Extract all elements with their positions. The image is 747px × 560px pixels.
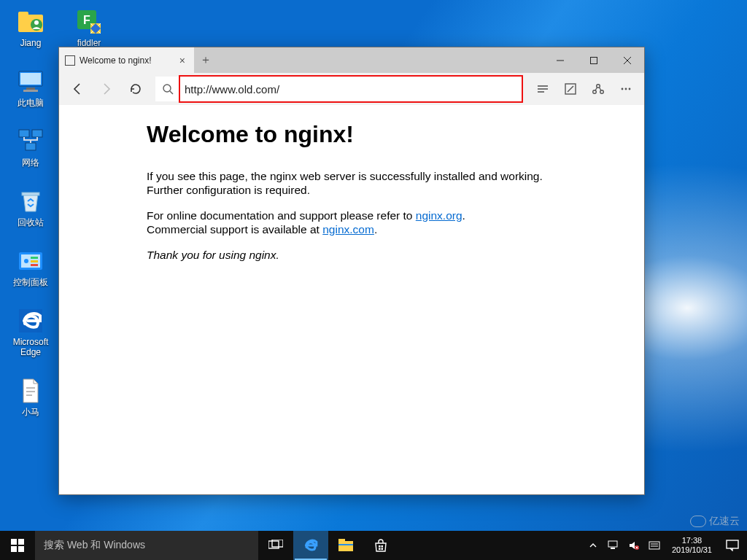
page-paragraph-1: If you see this page, the nginx web serv… [147,170,555,198]
tray-overflow-button[interactable] [583,531,603,560]
desktop-icon-edge[interactable]: Microsoft Edge [7,306,54,357]
task-view-button[interactable] [258,531,293,560]
browser-toolbar [59,73,644,105]
desktop-icon-label: Jiang [20,38,42,48]
desktop-icon-label: 小马 [22,407,39,417]
desktop-icons-col-2: F fiddler [66,7,112,48]
tray-input-icon[interactable] [644,531,665,560]
svg-rect-52 [382,548,384,551]
svg-rect-25 [591,57,597,63]
url-input[interactable] [180,77,522,101]
desktop-icon-controlpanel[interactable]: 控制面板 [7,246,54,287]
titlebar-drag-area[interactable] [217,47,543,73]
address-bar[interactable] [155,77,523,101]
watermark-text: 亿速云 [709,515,740,528]
svg-rect-43 [18,546,24,552]
desktop-icon-label: Microsoft Edge [13,337,49,357]
taskbar-app-store[interactable] [363,531,398,560]
desktop-icon-thispc[interactable]: 此电脑 [7,67,54,108]
thispc-icon [16,67,45,96]
svg-rect-6 [26,88,35,90]
svg-rect-58 [649,542,659,549]
tab-title: Welcome to nginx! [80,55,152,66]
desktop-icon-user[interactable]: Jiang [7,7,54,48]
taskbar-clock[interactable]: 17:38 2019/10/31 [666,531,718,560]
back-button[interactable] [63,75,91,103]
desktop-icon-fiddler[interactable]: F fiddler [66,7,112,48]
desktop-icons-col-1: Jiang 此电脑 网络 回收站 控制面板 Microsoft Edge 小 [7,7,54,417]
svg-text:F: F [83,14,90,26]
tray-volume-icon[interactable] [624,531,644,560]
svg-rect-9 [32,130,42,137]
window-minimize-button[interactable] [543,47,577,73]
titlebar[interactable]: Welcome to nginx! × ＋ [59,47,644,73]
search-placeholder: 搜索 Web 和 Windows [44,539,145,552]
taskbar-app-explorer[interactable] [328,531,363,560]
taskbar: 搜索 Web 和 Windows 17:38 2019/10/31 [0,531,747,560]
start-button[interactable] [0,531,35,560]
store-icon [374,538,388,553]
svg-rect-53 [608,541,617,547]
browser-tab[interactable]: Welcome to nginx! × [59,47,194,73]
link-nginx-com[interactable]: nginx.com [322,223,374,236]
task-view-icon [268,540,283,551]
svg-rect-50 [382,545,384,548]
svg-rect-7 [23,90,38,92]
svg-point-14 [24,259,28,263]
svg-point-34 [597,85,600,88]
refresh-button[interactable] [122,75,150,103]
svg-rect-16 [31,260,38,262]
desktop-icon-label: 此电脑 [18,98,44,108]
svg-line-29 [170,91,173,94]
address-highlight [179,75,523,103]
svg-point-39 [629,88,631,90]
more-button[interactable] [612,75,640,103]
svg-rect-61 [727,540,738,548]
link-nginx-org[interactable]: nginx.org [416,209,462,222]
edge-icon [16,306,45,335]
recycle-bin-icon [16,187,45,216]
desktop-icon-textfile[interactable]: 小马 [7,376,54,417]
clock-date: 2019/10/31 [672,545,712,555]
fiddler-icon: F [74,7,104,36]
textfile-icon [16,376,45,405]
file-explorer-icon [338,538,354,553]
svg-rect-8 [19,130,29,137]
svg-rect-46 [338,541,353,551]
svg-rect-1 [18,12,28,18]
window-close-button[interactable] [611,47,644,73]
edge-browser-window: Welcome to nginx! × ＋ Welcome to nginx! … [58,47,645,495]
svg-point-35 [593,90,597,94]
svg-point-36 [600,90,604,94]
desktop-icon-recycle[interactable]: 回收站 [7,187,54,228]
tray-network-icon[interactable] [603,531,624,560]
svg-rect-42 [11,546,17,552]
window-maximize-button[interactable] [577,47,611,73]
svg-rect-40 [11,539,17,545]
tab-close-button[interactable]: × [177,55,188,66]
user-folder-icon [16,7,45,36]
svg-rect-41 [18,539,24,545]
taskbar-spacer [398,531,581,560]
svg-rect-48 [338,544,353,545]
action-center-button[interactable] [718,531,747,560]
web-note-button[interactable] [557,75,584,103]
desktop-icon-network[interactable]: 网络 [7,127,54,168]
page-thanks: Thank you for using nginx. [147,249,555,262]
watermark: 亿速云 [690,515,740,528]
svg-rect-49 [379,545,381,548]
page-paragraph-2: For online documentation and support ple… [147,209,555,237]
reading-view-button[interactable] [529,75,557,103]
toolbar-right [529,75,640,103]
taskbar-search[interactable]: 搜索 Web 和 Windows [35,531,258,560]
svg-rect-51 [379,548,381,551]
new-tab-button[interactable]: ＋ [194,47,217,73]
svg-rect-54 [611,548,615,549]
taskbar-app-edge[interactable] [293,531,328,560]
controlpanel-icon [16,246,45,276]
system-tray [581,531,666,560]
svg-rect-5 [20,73,41,85]
svg-rect-15 [31,257,38,259]
cloud-icon [690,516,706,527]
share-button[interactable] [584,75,612,103]
